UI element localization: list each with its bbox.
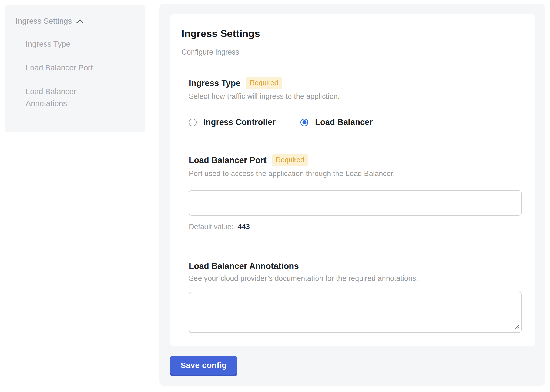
load-balancer-port-label: Load Balancer Port [189,156,267,165]
ingress-settings-card: Ingress Settings Configure Ingress Ingre… [170,14,535,346]
default-value-label: Default value: [189,223,233,231]
required-badge: Required [272,154,308,166]
save-config-button[interactable]: Save config [170,356,237,375]
load-balancer-radio-label: Load Balancer [315,117,373,127]
load-balancer-annotations-description: See your cloud provider’s documentation … [189,274,524,283]
default-value-helper: Default value: 443 [189,223,524,231]
ingress-type-radio-group: Ingress Controller Load Balancer [189,117,524,127]
field-load-balancer-port: Load Balancer Port Required Port used to… [189,154,524,231]
radio-unselected-icon [189,119,197,126]
load-balancer-annotations-textarea[interactable] [189,292,522,333]
load-balancer-annotations-label: Load Balancer Annotations [189,261,299,271]
sidebar-item-load-balancer-annotations[interactable]: Load Balancer Annotations [26,86,107,109]
sidebar-group-ingress-settings[interactable]: Ingress Settings [5,5,145,26]
sidebar-item-list: Ingress Type Load Balancer Port Load Bal… [5,38,145,109]
settings-sidebar: Ingress Settings Ingress Type Load Balan… [5,5,145,132]
page-title: Ingress Settings [182,28,524,39]
sidebar-item-load-balancer-port[interactable]: Load Balancer Port [26,62,107,74]
field-ingress-type: Ingress Type Required Select how traffic… [189,77,524,127]
load-balancer-port-description: Port used to access the application thro… [189,170,524,178]
ingress-controller-radio-label: Ingress Controller [203,117,276,127]
load-balancer-radio[interactable]: Load Balancer [300,117,373,127]
sidebar-item-ingress-type[interactable]: Ingress Type [26,38,107,50]
radio-selected-icon [300,119,308,126]
chevron-up-icon [76,17,84,26]
sidebar-group-label: Ingress Settings [16,17,72,26]
ingress-type-description: Select how traffic will ingress to the a… [189,92,524,101]
page-subtitle: Configure Ingress [182,48,524,56]
field-load-balancer-annotations: Load Balancer Annotations See your cloud… [189,261,524,333]
required-badge: Required [246,77,282,89]
main-panel: Ingress Settings Configure Ingress Ingre… [159,4,545,386]
ingress-type-label: Ingress Type [189,78,240,88]
ingress-controller-radio[interactable]: Ingress Controller [189,117,276,127]
load-balancer-port-input[interactable] [189,190,522,216]
default-value: 443 [238,223,250,231]
